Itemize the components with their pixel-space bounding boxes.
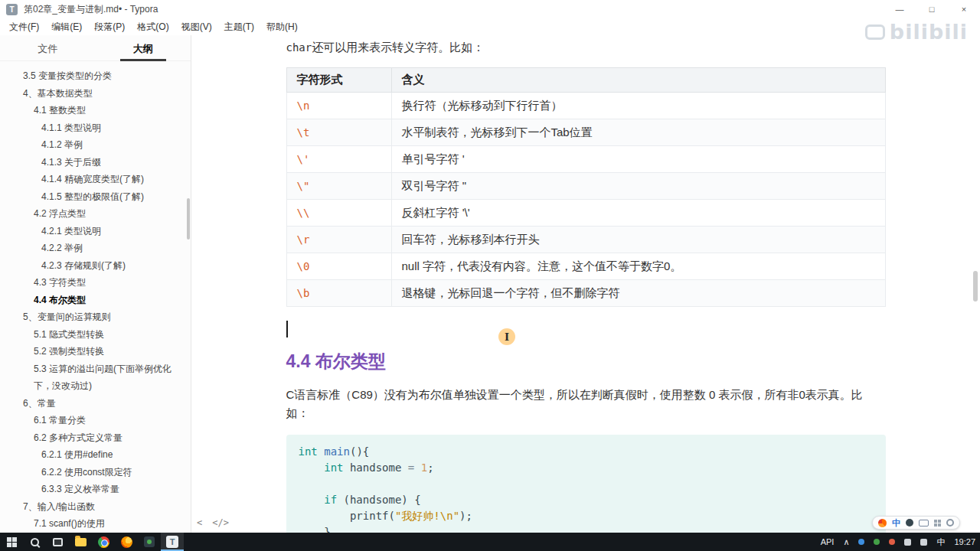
- code-block[interactable]: int main(){ int handsome = 1; if (handso…: [286, 435, 886, 533]
- sogou-logo-icon[interactable]: [878, 519, 887, 527]
- outline-item[interactable]: 4.1 整数类型: [0, 102, 191, 119]
- emoji-panel-icon[interactable]: [934, 520, 941, 527]
- outline-item[interactable]: 6.3.3 定义枚举常量: [0, 481, 191, 498]
- outline-item[interactable]: 6.1 常量分类: [0, 412, 191, 429]
- intro-paragraph[interactable]: char还可以用来表示转义字符。比如：: [286, 38, 886, 57]
- maximize-button[interactable]: □: [916, 0, 948, 18]
- outline-item[interactable]: 4.1.1 类型说明: [0, 119, 191, 137]
- menu-item[interactable]: 编辑(E): [45, 21, 88, 34]
- outline-item[interactable]: 7、输入/输出函数: [0, 498, 191, 516]
- menu-item[interactable]: 视图(V): [175, 21, 218, 34]
- meaning-cell[interactable]: 单引号字符 ': [391, 146, 885, 173]
- ime-language-indicator[interactable]: 中: [932, 533, 949, 551]
- meaning-cell[interactable]: 反斜杠字符 '\': [391, 200, 885, 227]
- code-token: [299, 461, 325, 474]
- menu-item[interactable]: 主题(T): [218, 21, 260, 34]
- outline-item[interactable]: 5、变量间的运算规则: [0, 308, 191, 326]
- outline-item[interactable]: 5.1 隐式类型转换: [0, 326, 191, 344]
- table-row: \"双引号字符 ": [286, 173, 885, 200]
- outline-item[interactable]: 5.3 运算的溢出问题(下面举例优化下，没改动过): [0, 360, 191, 395]
- api-label[interactable]: API: [816, 533, 839, 551]
- outline-item[interactable]: 4.1.3 关于后缀: [0, 154, 191, 171]
- menu-item[interactable]: 文件(F): [3, 21, 45, 34]
- outline-item[interactable]: 6、常量: [0, 395, 191, 412]
- typora-button[interactable]: T: [161, 533, 184, 551]
- notification-icon[interactable]: [884, 533, 900, 551]
- outline-item[interactable]: 6.2 多种方式定义常量: [0, 429, 191, 447]
- menu-item[interactable]: 段落(P): [88, 21, 131, 34]
- outline-item[interactable]: 5.2 强制类型转换: [0, 343, 191, 360]
- security-icon[interactable]: [869, 533, 884, 551]
- outline-item[interactable]: 4.1.2 举例: [0, 136, 191, 154]
- soft-keyboard-icon[interactable]: [919, 520, 929, 527]
- search-button[interactable]: [23, 533, 46, 551]
- outline-item[interactable]: 6.2.1 使用#define: [0, 446, 191, 464]
- network-icon[interactable]: [916, 533, 932, 551]
- start-button[interactable]: [0, 533, 23, 551]
- bool-paragraph[interactable]: C语言标准（C89）没有为布尔值单独设置一个类型，所以在判断真假时，使用整数 0…: [286, 386, 886, 422]
- code-token: if: [324, 494, 337, 506]
- tab-files[interactable]: 文件: [0, 35, 96, 60]
- sidebar-collapse-icon[interactable]: <: [197, 517, 202, 528]
- task-view-button[interactable]: [46, 533, 69, 551]
- volume-icon[interactable]: [900, 533, 916, 551]
- tab-outline[interactable]: 大纲: [96, 35, 191, 60]
- outline-item[interactable]: 4.1.5 整型的极限值(了解): [0, 188, 191, 206]
- toolbox-icon[interactable]: [946, 519, 954, 527]
- table-header-cell[interactable]: 字符形式: [286, 68, 391, 93]
- escape-char-cell[interactable]: \t: [286, 119, 391, 146]
- firefox-button[interactable]: [115, 533, 138, 551]
- table-row: \0null 字符，代表没有内容。注意，这个值不等于数字0。: [286, 253, 885, 280]
- outline-item[interactable]: 6.2.2 使用const限定符: [0, 464, 191, 481]
- file-explorer-button[interactable]: [69, 533, 92, 551]
- outline-item[interactable]: 4.2.1 类型说明: [0, 223, 191, 240]
- menu-item[interactable]: 格式(O): [131, 21, 175, 34]
- escape-char-cell[interactable]: \': [286, 146, 391, 173]
- dev-app-button[interactable]: [138, 533, 161, 551]
- code-token: [318, 445, 324, 458]
- menu-bar: 文件(F)编辑(E)段落(P)格式(O)视图(V)主题(T)帮助(H): [0, 18, 980, 35]
- outline-item[interactable]: 4.1.4 精确宽度类型(了解): [0, 171, 191, 188]
- meaning-cell[interactable]: 换行符（光标移动到下行行首）: [391, 93, 885, 119]
- escape-char-cell[interactable]: \0: [286, 253, 391, 280]
- outline-item[interactable]: 4.3 字符类型: [0, 274, 191, 292]
- close-button[interactable]: ×: [948, 0, 980, 18]
- escape-char-cell[interactable]: \n: [286, 93, 391, 119]
- minimize-button[interactable]: —: [884, 0, 916, 18]
- code-token: 1: [421, 461, 427, 474]
- menu-item[interactable]: 帮助(H): [260, 21, 304, 34]
- chat-icon[interactable]: [854, 533, 869, 551]
- night-mode-icon[interactable]: [906, 519, 913, 527]
- table-header-cell[interactable]: 含义: [391, 68, 885, 93]
- file-explorer-icon: [75, 538, 87, 546]
- meaning-cell[interactable]: 双引号字符 ": [391, 173, 885, 200]
- section-heading[interactable]: 4.4 布尔类型: [286, 350, 886, 373]
- sidebar-scrollbar[interactable]: [187, 198, 190, 240]
- hidden-icons-chevron[interactable]: ∧: [838, 533, 854, 551]
- content-scrollbar[interactable]: [973, 271, 978, 302]
- escape-char-cell[interactable]: \b: [286, 280, 391, 307]
- outline-item[interactable]: 3.5 变量按类型的分类: [0, 67, 191, 85]
- outline-item[interactable]: 4、基本数据类型: [0, 85, 191, 103]
- code-line: printf("我好帅!\n");: [299, 508, 874, 524]
- outline-item[interactable]: 7.1 scanf()的使用: [0, 515, 191, 533]
- meaning-cell[interactable]: 水平制表符，光标移到下一个Tab位置: [391, 119, 885, 146]
- meaning-cell[interactable]: null 字符，代表没有内容。注意，这个值不等于数字0。: [391, 253, 885, 280]
- outline-item[interactable]: 4.4 布尔类型: [0, 292, 191, 309]
- outline-item[interactable]: 4.2.3 存储规则(了解): [0, 257, 191, 275]
- meaning-cell[interactable]: 退格键，光标回退一个字符，但不删除字符: [391, 280, 885, 307]
- source-code-mode-icon[interactable]: </>: [212, 517, 229, 528]
- outline-item[interactable]: 4.2 浮点类型: [0, 205, 191, 223]
- escape-char-cell[interactable]: \": [286, 173, 391, 200]
- escape-char-cell[interactable]: \r: [286, 227, 391, 253]
- escape-char-cell[interactable]: \\: [286, 200, 391, 227]
- clock[interactable]: 19:27: [949, 533, 980, 551]
- escape-char-table: 字符形式含义 \n换行符（光标移动到下行行首）\t水平制表符，光标移到下一个Ta…: [286, 67, 886, 307]
- code-token: =: [408, 461, 414, 474]
- meaning-cell[interactable]: 回车符，光标移到本行开头: [391, 227, 885, 253]
- outline-item[interactable]: 4.2.2 举例: [0, 240, 191, 257]
- code-token: "我好帅!\n": [395, 510, 459, 522]
- chrome-button[interactable]: [92, 533, 115, 551]
- ime-mode-chinese[interactable]: 中: [892, 517, 900, 529]
- code-token: [299, 494, 325, 506]
